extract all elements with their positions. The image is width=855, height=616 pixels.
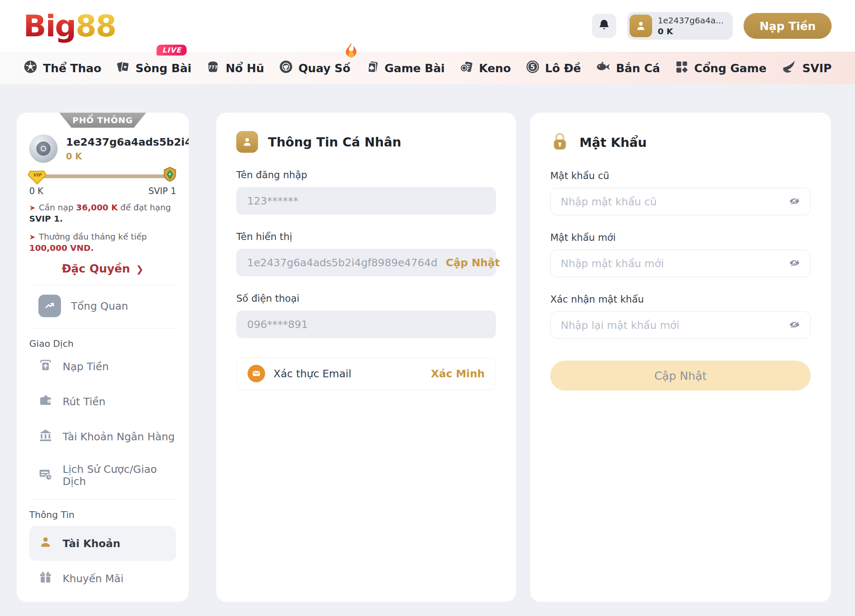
bank-icon	[38, 428, 53, 445]
display-name-field: Tên hiển thị 1e2437g6a4ads5b2i4gf8989e47…	[236, 231, 496, 276]
phone-label: Số điện thoại	[236, 293, 496, 304]
main-content: PHỔ THÔNG 1e2437g6a4ads5b2i4gf8... 0 K V…	[0, 84, 855, 602]
toggle-old-password-visibility[interactable]	[789, 195, 800, 208]
bell-icon	[598, 19, 610, 33]
fish-icon	[596, 60, 611, 76]
email-verification-row: Xác thực Email Xác Minh	[236, 357, 496, 390]
avatar	[29, 134, 58, 163]
phone-value: 096****891	[247, 318, 308, 331]
update-display-name-link[interactable]: Cập Nhật	[446, 257, 500, 269]
sidebar-item-label: Rút Tiền	[63, 396, 106, 408]
number-5-circle-icon: 5	[526, 60, 540, 76]
vip-diamond-icon: VIP	[28, 169, 47, 187]
header-user-badge[interactable]: 1e2437g6a4a... 0 K	[627, 12, 733, 40]
email-icon	[248, 365, 265, 382]
progress-left-label: 0 K	[29, 186, 43, 196]
nav-label: Game Bài	[384, 62, 445, 75]
verify-email-link[interactable]: Xác Minh	[431, 368, 485, 380]
nav-item-song-bai[interactable]: LIVE Sòng Bài	[116, 60, 192, 76]
confirm-password-field: Xác nhận mật khẩu	[550, 294, 811, 339]
eye-off-icon	[789, 195, 800, 208]
new-password-label: Mật khẩu mới	[550, 232, 811, 243]
old-password-label: Mật khẩu cũ	[550, 170, 811, 181]
nav-item-game-bai[interactable]: Game Bài	[365, 60, 445, 76]
update-password-button[interactable]: Cập Nhật	[550, 361, 811, 391]
nav-label: Nổ Hũ	[225, 62, 264, 75]
nav-item-no-hu[interactable]: 777 Nổ Hũ	[206, 60, 264, 76]
site-logo[interactable]: Big88	[23, 8, 116, 43]
game-grid-icon	[675, 60, 689, 76]
user-icon	[38, 535, 53, 552]
nav-item-ban-ca[interactable]: Bắn Cá	[596, 60, 660, 76]
user-avatar-icon	[630, 15, 652, 37]
sidebar-item-label: Lịch Sử Cược/Giao Dịch	[63, 463, 176, 487]
sidebar-item-label: Tài Khoản Ngân Hàng	[63, 431, 175, 443]
arrow-bullet-icon: ➤	[29, 232, 35, 241]
note-deposit-needed: ➤Cần nạp 36,000 K để đạt hạng SVIP 1.	[29, 202, 176, 225]
header-actions: 1e2437g6a4a... 0 K Nạp Tiền	[592, 12, 832, 40]
nav-item-cong-game[interactable]: Cổng Game	[675, 60, 766, 76]
sidebar-item-label: Nạp Tiền	[63, 361, 109, 373]
nav-item-the-thao[interactable]: Thể Thao	[23, 60, 101, 76]
sidebar-username: 1e2437g6a4ads5b2i4gf8...	[66, 136, 189, 148]
eye-off-icon	[789, 319, 800, 332]
toggle-confirm-password-visibility[interactable]	[789, 319, 800, 332]
section-info-label: Thông Tin	[29, 510, 176, 520]
sidebar-item-bank-account[interactable]: Tài Khoản Ngân Hàng	[29, 419, 176, 454]
divider	[29, 499, 176, 500]
username-label: Tên đăng nhập	[236, 169, 496, 180]
notifications-button[interactable]	[592, 14, 616, 38]
lock-icon	[550, 131, 569, 154]
sidebar-item-deposit[interactable]: Nạp Tiền	[29, 349, 176, 384]
deposit-atm-icon	[38, 358, 53, 375]
chevron-right-icon: ❯	[136, 264, 144, 275]
password-card: Mật Khẩu Mật khẩu cũ Mật khẩu mới Xác nh…	[530, 113, 831, 602]
nav-label: Lô Đề	[545, 62, 581, 75]
display-name-value: 1e2437g6a4ads5b2i4gf8989e4764d	[247, 257, 438, 269]
old-password-input[interactable]	[561, 196, 789, 208]
keno-ball-icon	[459, 60, 473, 76]
header-deposit-button[interactable]: Nạp Tiền	[744, 13, 832, 39]
lottery-wheel-icon	[279, 60, 293, 76]
svg-text:5: 5	[530, 63, 535, 71]
sidebar-item-overview[interactable]: Tổng Quan	[29, 285, 176, 326]
sidebar-item-label: Khuyến Mãi	[63, 573, 124, 585]
sidebar-balance: 0 K	[66, 151, 189, 162]
display-name-value-box: 1e2437g6a4ads5b2i4gf8989e4764d Cập Nhật	[236, 249, 496, 276]
privileges-link[interactable]: Đặc Quyền❯	[29, 262, 176, 275]
new-password-input[interactable]	[561, 258, 789, 270]
tier-badge: PHỔ THÔNG	[59, 113, 146, 128]
progress-track	[32, 174, 172, 178]
nav-item-lo-de[interactable]: 5 Lô Đề	[526, 60, 581, 76]
nav-item-keno[interactable]: Keno	[459, 60, 511, 76]
progress-right-label: SVIP 1	[148, 186, 176, 196]
sidebar-item-promotions[interactable]: Khuyến Mãi	[29, 561, 176, 596]
header-username: 1e2437g6a4a...	[658, 15, 724, 26]
toggle-new-password-visibility[interactable]	[789, 257, 800, 270]
sidebar-user-row: 1e2437g6a4ads5b2i4gf8... 0 K	[29, 134, 176, 163]
confirm-password-input[interactable]	[561, 319, 789, 331]
vip-progress-bar: VIP	[29, 167, 176, 185]
username-value: 123******	[247, 195, 298, 207]
personal-info-card: Thông Tin Cá Nhân Tên đăng nhập 123*****…	[216, 113, 516, 602]
display-name-label: Tên hiển thị	[236, 231, 496, 242]
sidebar-item-account[interactable]: Tài Khoản	[29, 526, 176, 561]
nav-label: Keno	[479, 62, 511, 75]
header-balance: 0 K	[658, 26, 724, 37]
nav-label: Quay Số	[298, 62, 351, 75]
profile-title-user-icon	[236, 131, 258, 153]
nav-label: Bắn Cá	[616, 62, 660, 75]
sidebar-item-withdraw[interactable]: Rút Tiền	[29, 384, 176, 419]
email-verify-label: Xác thực Email	[273, 368, 352, 380]
divider	[29, 328, 176, 328]
logo-text-big: Big	[23, 8, 76, 43]
soccer-icon	[23, 60, 38, 76]
gift-icon	[38, 570, 53, 587]
sidebar-item-history[interactable]: Lịch Sử Cược/Giao Dịch	[29, 454, 176, 497]
nav-item-quay-so[interactable]: Quay Số	[279, 60, 351, 76]
confirm-password-label: Xác nhận mật khẩu	[550, 294, 811, 305]
card-stack-icon	[365, 60, 379, 76]
main-nav: Thể Thao LIVE Sòng Bài 777 Nổ Hũ Quay Số…	[0, 52, 855, 84]
nav-item-svip[interactable]: SVIP	[781, 60, 832, 76]
phone-field: Số điện thoại 096****891	[236, 293, 496, 338]
